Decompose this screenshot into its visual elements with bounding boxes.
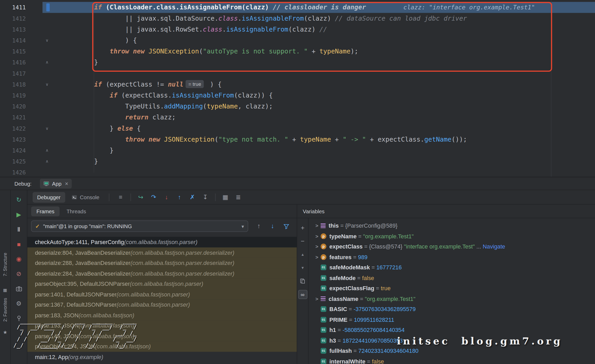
line-number[interactable]: 1423 [0,136,26,143]
chevron-down-icon[interactable]: ▾ [241,223,244,229]
variable-row[interactable]: 01safeModeMask = 16777216 [313,262,595,273]
code-line[interactable]: return clazz; [94,112,176,123]
variable-row[interactable]: 01internalWhite = false [313,356,595,364]
debug-session-tab[interactable]: App × [40,179,72,189]
line-number[interactable]: 1415 [0,48,26,55]
code-line[interactable]: if (ClassLoader.class.isAssignableFrom(c… [94,2,366,13]
view-as-table-icon[interactable]: ▦ [219,192,232,203]
settings-icon[interactable]: ⚙ [11,296,27,311]
step-out-icon[interactable]: ↑ [173,192,186,203]
more-icon[interactable]: ≡ [114,192,127,203]
line-number[interactable]: 1412 [0,15,26,22]
remove-watch-icon[interactable]: − [297,234,308,248]
fold-marker-icon[interactable]: ∧ [43,60,51,65]
line-number[interactable]: 1424 [0,147,26,154]
thread-dump-icon[interactable] [11,281,27,296]
drop-frame-icon[interactable]: ✗ [186,192,199,203]
fold-marker-icon[interactable]: ∨ [43,82,51,87]
star-icon[interactable]: ★ [3,329,7,335]
fold-marker-icon[interactable]: ∨ [43,126,51,131]
frame-row[interactable]: parseObject:395, DefaultJSONParser (com.… [27,278,297,289]
line-number[interactable]: 1419 [0,92,26,99]
variable-row[interactable]: >pfeatures = 989 [313,252,595,262]
grid-icon[interactable]: ▦ [3,288,7,293]
fold-marker-icon[interactable]: ∧ [43,148,51,153]
resume-icon[interactable]: ▶ [11,207,27,222]
layout-settings-icon[interactable]: ≣ [232,192,245,203]
view-breakpoints-icon[interactable]: ◉ [11,252,27,266]
step-into-icon[interactable]: ↓ [160,192,173,203]
favorites-tool-button[interactable]: 2: Favorites [2,298,8,322]
mute-breakpoints-icon[interactable]: ⊘ [11,266,27,281]
show-watches-icon[interactable]: ∞ [298,290,307,299]
frame-row[interactable]: checkAutoType:1411, ParserConfig (com.al… [27,237,297,247]
variable-row[interactable]: 01safeMode = false [313,273,595,283]
line-number[interactable]: 1418 [0,81,26,88]
line-number[interactable]: 1426 [0,169,26,176]
frame-row[interactable]: deserialze:804, JavaBeanDeserializer (co… [27,247,297,258]
expand-chevron-icon[interactable]: > [313,254,321,260]
expand-chevron-icon[interactable]: > [313,223,321,229]
frame-row[interactable]: parse:1367, DefaultJSONParser (com.aliba… [27,299,297,310]
tab-debugger[interactable]: Debugger [33,192,65,203]
code-line[interactable]: throw new JSONException("type not match.… [94,134,467,145]
previous-frame-icon[interactable]: ↑ [252,221,265,232]
run-to-cursor-icon[interactable]: ↧ [199,192,211,203]
variable-row[interactable]: >className = "org.example.Test1" [313,294,595,304]
pin-icon[interactable] [11,311,27,326]
close-tab-icon[interactable]: × [65,180,68,187]
code-line[interactable]: ) { [94,35,137,46]
thread-selector[interactable]: ✓ "main"@1 in group "main": RUNNING ▾ [31,221,248,232]
line-number[interactable]: 1416 [0,59,26,66]
expand-chevron-icon[interactable]: > [313,244,321,250]
code-line[interactable]: throw new JSONException("autoType is not… [94,46,358,57]
tab-frames[interactable]: Frames [31,206,60,216]
rerun-debug-icon[interactable]: ↻ [11,192,27,207]
tab-threads[interactable]: Threads [61,206,91,216]
frame-row[interactable]: parse:183, JSON (com.alibaba.fastjson) [27,310,297,320]
line-number[interactable]: 1411 [0,4,26,11]
structure-tool-button[interactable]: 7: Structure [2,253,8,276]
line-number[interactable]: 1420 [0,103,26,110]
stop-icon[interactable]: ■ [11,237,27,252]
variable-row[interactable]: 01PRIME = 1099511628211 [313,314,595,325]
line-number[interactable]: 1417 [0,70,26,77]
pause-icon[interactable]: Ⅱ [11,222,27,237]
variable-row[interactable]: >ptypeName = "org.example.Test1" [313,231,595,241]
variable-row[interactable]: 01fullHash = 7240233140934604180 [313,346,595,356]
line-number[interactable]: 1425 [0,158,26,165]
code-line[interactable]: } else { [94,123,141,134]
frame-row[interactable]: parse:193, JSON (com.alibaba.fastjson) [27,320,297,331]
duplicate-watch-icon[interactable] [297,274,308,288]
tab-console[interactable]: Console [66,192,104,203]
next-frame-icon[interactable]: ↓ [266,221,279,232]
fold-marker-icon[interactable]: ∧ [43,159,51,164]
move-up-icon[interactable]: ▲ [297,248,308,261]
line-number[interactable]: 1414 [0,37,26,44]
show-execution-point-icon[interactable]: ↪ [134,192,147,203]
variable-row[interactable]: 01h1 = -5808550276084140354 [313,325,595,335]
line-number[interactable]: 1422 [0,125,26,132]
variable-row[interactable]: >pexpectClass = {Class@574} "interface o… [313,241,595,252]
step-over-icon[interactable]: ↷ [147,192,160,203]
code-line[interactable]: if (expectClass != null= true ) { [94,79,222,90]
expand-chevron-icon[interactable]: > [313,233,321,239]
new-watch-icon[interactable]: + [297,221,308,234]
expand-chevron-icon[interactable]: > [313,296,321,302]
variable-row[interactable]: 01BASIC = -3750763034362895579 [313,304,595,314]
code-line[interactable]: if (expectClass.isAssignableFrom(clazz))… [94,90,273,101]
variable-row[interactable]: >this = {ParserConfig@589} [313,221,595,231]
frame-row[interactable]: parseObject:254, JSON (com.alibaba.fastj… [27,341,297,351]
code-line[interactable]: TypeUtils.addMapping(typeName, clazz); [94,101,273,112]
line-number[interactable]: 1421 [0,114,26,121]
fold-marker-icon[interactable]: ∨ [43,38,51,43]
frame-row[interactable]: parse:149, JSON (com.alibaba.fastjson) [27,331,297,341]
frame-row[interactable]: deserialze:288, JavaBeanDeserializer (co… [27,258,297,268]
code-line[interactable]: } [94,156,98,167]
code-line[interactable]: || javax.sql.RowSet.class.isAssignableFr… [94,24,327,35]
code-line[interactable]: } [94,145,114,156]
line-number[interactable]: 1413 [0,26,26,33]
code-line[interactable]: } [94,57,98,68]
frame-row[interactable]: deserialze:284, JavaBeanDeserializer (co… [27,268,297,278]
frame-row[interactable]: parse:1401, DefaultJSONParser (com.aliba… [27,289,297,299]
